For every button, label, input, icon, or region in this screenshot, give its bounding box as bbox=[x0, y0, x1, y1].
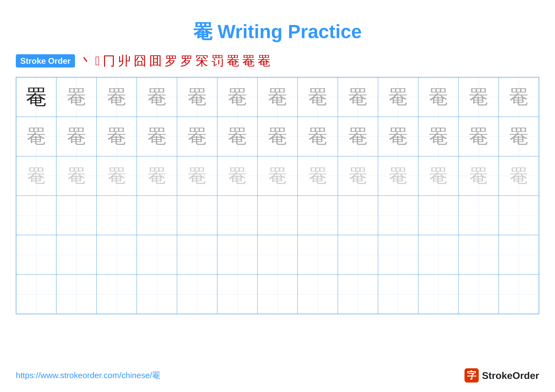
grid-cell[interactable] bbox=[338, 275, 378, 314]
grid-cell[interactable]: 罨 bbox=[418, 156, 459, 196]
grid-cell[interactable] bbox=[499, 275, 539, 314]
grid-cell[interactable]: 罨 bbox=[499, 156, 539, 196]
grid-cell[interactable] bbox=[217, 235, 257, 274]
cell-character: 罨 bbox=[67, 127, 86, 146]
grid-cell[interactable]: 罨 bbox=[56, 77, 96, 117]
grid-cell[interactable] bbox=[137, 275, 177, 314]
stroke-11: 罨 bbox=[227, 55, 239, 67]
grid-cell[interactable] bbox=[217, 275, 257, 314]
grid-cell[interactable] bbox=[96, 196, 137, 235]
cell-character: 罨 bbox=[509, 127, 528, 146]
grid-cell[interactable]: 罨 bbox=[298, 77, 338, 117]
grid-cell[interactable]: 罨 bbox=[217, 156, 257, 196]
grid-cell[interactable] bbox=[459, 235, 499, 274]
grid-cell[interactable] bbox=[418, 275, 459, 314]
footer-url: https://www.strokeorder.com/chinese/罨 bbox=[16, 370, 160, 381]
grid-cell[interactable]: 罨 bbox=[16, 156, 56, 196]
grid-cell[interactable] bbox=[418, 235, 459, 274]
cell-character: 罨 bbox=[268, 127, 287, 146]
grid-cell[interactable] bbox=[96, 275, 137, 314]
grid-cell[interactable]: 罨 bbox=[137, 156, 177, 196]
grid-cell[interactable]: 罨 bbox=[298, 156, 338, 196]
grid-cell[interactable]: 罨 bbox=[338, 156, 378, 196]
grid-cell[interactable] bbox=[298, 196, 338, 235]
grid-cell[interactable] bbox=[177, 235, 217, 274]
cell-character: 罨 bbox=[388, 127, 408, 146]
grid-cell[interactable] bbox=[338, 235, 378, 274]
grid-cell[interactable] bbox=[378, 235, 418, 274]
grid-cell[interactable]: 罨 bbox=[499, 117, 539, 156]
cell-character: 罨 bbox=[188, 167, 206, 185]
grid-cell[interactable] bbox=[499, 235, 539, 274]
cell-character: 罨 bbox=[429, 88, 448, 107]
grid-cell[interactable]: 罨 bbox=[16, 117, 56, 156]
grid-cell[interactable]: 罨 bbox=[257, 117, 298, 156]
grid-cell[interactable]: 罨 bbox=[177, 77, 217, 117]
grid-cell[interactable] bbox=[137, 235, 177, 274]
grid-cell[interactable] bbox=[298, 235, 338, 274]
grid-cell[interactable]: 罨 bbox=[298, 117, 338, 156]
grid-cell[interactable]: 罨 bbox=[499, 77, 539, 117]
grid-cell[interactable]: 罨 bbox=[257, 156, 298, 196]
grid-cell[interactable] bbox=[459, 196, 499, 235]
grid-cell[interactable] bbox=[298, 275, 338, 314]
grid-cell[interactable]: 罨 bbox=[459, 77, 499, 117]
grid-cell[interactable]: 罨 bbox=[56, 117, 96, 156]
grid-cell[interactable]: 罨 bbox=[177, 117, 217, 156]
grid-cell[interactable]: 罨 bbox=[217, 117, 257, 156]
stroke-3: 冂 bbox=[103, 55, 115, 67]
grid-cell[interactable]: 罨 bbox=[257, 77, 298, 117]
grid-cell[interactable]: 罨 bbox=[16, 77, 56, 117]
grid-cell[interactable]: 罨 bbox=[418, 117, 459, 156]
grid-cell[interactable] bbox=[56, 275, 96, 314]
grid-cell[interactable] bbox=[16, 275, 56, 314]
grid-cell[interactable]: 罨 bbox=[459, 156, 499, 196]
grid-cell[interactable]: 罨 bbox=[217, 77, 257, 117]
grid-cell[interactable] bbox=[338, 196, 378, 235]
grid-cell[interactable] bbox=[16, 235, 56, 274]
grid-cell[interactable]: 罨 bbox=[96, 117, 137, 156]
grid-cell[interactable]: 罨 bbox=[137, 117, 177, 156]
grid-cell[interactable] bbox=[257, 196, 298, 235]
grid-cell[interactable]: 罨 bbox=[378, 77, 418, 117]
grid-cell[interactable]: 罨 bbox=[338, 77, 378, 117]
cell-character: 罨 bbox=[348, 127, 367, 146]
grid-cell[interactable]: 罨 bbox=[96, 77, 137, 117]
grid-cell[interactable]: 罨 bbox=[338, 117, 378, 156]
grid-cell[interactable]: 罨 bbox=[418, 77, 459, 117]
cell-character: 罨 bbox=[147, 88, 167, 107]
cell-character: 罨 bbox=[27, 167, 45, 185]
grid-cell[interactable]: 罨 bbox=[137, 77, 177, 117]
grid-cell[interactable] bbox=[96, 235, 137, 274]
page: 罨 Writing Practice Stroke Order 丶 𠃌 冂 丱 … bbox=[0, 0, 555, 392]
stroke-4: 丱 bbox=[118, 55, 131, 67]
grid-cell[interactable] bbox=[56, 196, 96, 235]
grid-cell[interactable]: 罨 bbox=[378, 156, 418, 196]
grid-cell[interactable] bbox=[459, 275, 499, 314]
cell-character: 罨 bbox=[108, 167, 126, 185]
grid-cell[interactable] bbox=[16, 196, 56, 235]
stroke-6: 囬 bbox=[149, 55, 162, 67]
grid-cell[interactable] bbox=[257, 235, 298, 274]
grid-cell[interactable] bbox=[177, 196, 217, 235]
grid-cell[interactable] bbox=[378, 275, 418, 314]
grid-cell[interactable]: 罨 bbox=[459, 117, 499, 156]
cell-character: 罨 bbox=[429, 167, 447, 185]
grid-cell[interactable]: 罨 bbox=[177, 156, 217, 196]
cell-character: 罨 bbox=[469, 127, 488, 146]
cell-character: 罨 bbox=[27, 127, 46, 146]
cell-character: 罨 bbox=[188, 127, 207, 146]
grid-cell[interactable] bbox=[56, 235, 96, 274]
grid-cell[interactable] bbox=[378, 196, 418, 235]
cell-character: 罨 bbox=[308, 127, 327, 146]
grid-cell[interactable]: 罨 bbox=[378, 117, 418, 156]
footer-logo: 字 StrokeOrder bbox=[465, 368, 539, 383]
grid-cell[interactable] bbox=[137, 196, 177, 235]
grid-cell[interactable] bbox=[418, 196, 459, 235]
grid-cell[interactable] bbox=[177, 275, 217, 314]
grid-cell[interactable] bbox=[499, 196, 539, 235]
grid-cell[interactable] bbox=[257, 275, 298, 314]
grid-cell[interactable]: 罨 bbox=[56, 156, 96, 196]
grid-cell[interactable]: 罨 bbox=[96, 156, 137, 196]
grid-cell[interactable] bbox=[217, 196, 257, 235]
